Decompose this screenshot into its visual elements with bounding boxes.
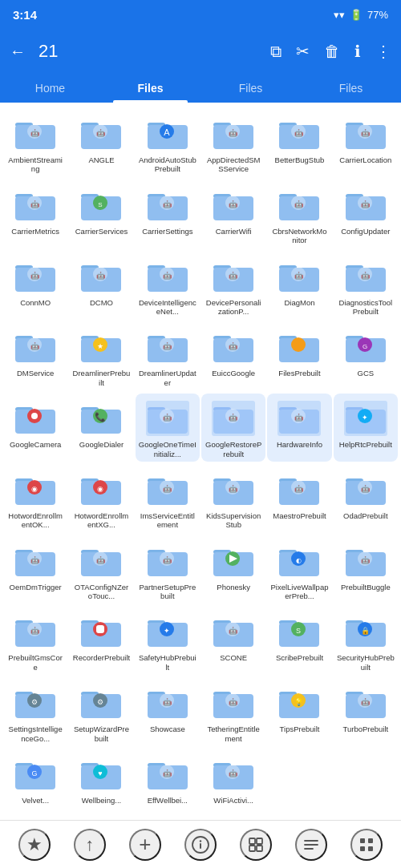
folder-item[interactable]: 💡 TipsPrebuilt — [267, 678, 331, 746]
folder-item[interactable]: RecorderPrebuilt — [69, 607, 133, 675]
folder-item[interactable]: ◐ PixelLiveWallpaperPreb... — [267, 536, 331, 604]
folder-item[interactable]: ✦ HelpRtcPrebuilt — [334, 394, 398, 462]
folder-item[interactable]: 🤖 PartnerSetupPrebuilt — [136, 536, 200, 604]
folder-icon: 🤖 — [211, 683, 256, 723]
folder-item[interactable]: 🤖 DiagnosticsToolPrebuilt — [334, 252, 398, 320]
folder-item[interactable]: 🤖 OTAConfigNZeroTouc... — [69, 536, 133, 604]
folder-item[interactable]: S ScribePrebuilt — [267, 607, 331, 675]
folder-item[interactable]: 📞 GoogleDialer — [69, 394, 133, 462]
up-button[interactable]: ↑ — [74, 829, 106, 861]
folder-label: GoogleDialer — [79, 440, 124, 449]
folder-label: SCONE — [220, 653, 247, 662]
folder-item[interactable]: ⚙ SetupWizardPrebuilt — [69, 678, 133, 746]
svg-text:🤖: 🤖 — [162, 697, 172, 707]
top-action-bar: ← 21 ⧉ ✂ 🗑 ℹ ⋮ — [0, 29, 401, 74]
folder-label: RecorderPrebuilt — [73, 653, 130, 662]
folder-item[interactable]: 🔒 SecurityHubPrebuilt — [334, 607, 398, 675]
folder-icon: 🤖 — [343, 185, 388, 225]
folder-item[interactable]: 🤖 GoogleRestorePrebuilt — [201, 394, 265, 462]
status-time: 3:14 — [13, 8, 37, 22]
folder-item[interactable]: 🤖 ConfigUpdater — [334, 180, 398, 248]
folder-label: CarrierServices — [75, 227, 128, 236]
folder-item[interactable]: 🤖 TetheringEntitlement — [201, 678, 265, 746]
folder-item[interactable]: 🤖 HardwareInfo — [267, 394, 331, 462]
folder-item[interactable]: 🤖 BetterBugStub — [267, 109, 331, 177]
folder-label: SecurityHubPrebuilt — [337, 653, 395, 672]
folder-item[interactable]: G GCS — [334, 322, 398, 390]
folder-icon — [13, 398, 58, 438]
folder-item[interactable]: S CarrierServices — [69, 180, 133, 248]
folder-item[interactable]: 🤖 AppDirectedSMSService — [201, 109, 265, 177]
svg-text:🤖: 🤖 — [30, 341, 40, 351]
tab-files-3[interactable]: Files — [301, 74, 401, 103]
folder-item[interactable]: ✦ SafetyHubPrebuilt — [136, 607, 200, 675]
folder-item[interactable]: ★ DreamlinerPrebuilt — [69, 322, 133, 390]
folder-item[interactable]: 🤖 CarrierLocation — [334, 109, 398, 177]
folder-item[interactable]: 🤖 EuiccGoogle — [201, 322, 265, 390]
folder-item[interactable]: 🤖 KidsSupervisionStub — [201, 465, 265, 533]
folder-item[interactable]: 🤖 DeviceIntelligenceNet... — [136, 252, 200, 320]
grid-button[interactable] — [350, 829, 383, 861]
folder-item[interactable]: 🤖 AmbientStreaming — [3, 109, 67, 177]
folder-item[interactable]: 🤖 ConnMO — [3, 252, 67, 320]
folder-item[interactable]: 🤖 OdadPrebuilt — [334, 465, 398, 533]
folder-item[interactable]: 🤖 MaestroPrebuilt — [267, 465, 331, 533]
folder-item[interactable]: 🤖 DevicePersonalizationP... — [201, 252, 265, 320]
folder-item[interactable]: 🤖 CarrierMetrics — [3, 180, 67, 248]
copy-button[interactable]: ⧉ — [270, 42, 282, 61]
tab-files-1[interactable]: Files — [100, 74, 200, 103]
folder-label: FilesPrebuilt — [278, 369, 320, 377]
sort-button[interactable] — [295, 829, 327, 861]
select-button[interactable] — [240, 829, 272, 861]
folder-item[interactable]: 🤖 DCMO — [69, 252, 133, 320]
folder-item[interactable]: 🤖 Showcase — [136, 678, 200, 746]
folder-item[interactable]: 🤖 PrebuiltBuggle — [334, 536, 398, 604]
folder-item[interactable]: 🤖 WiFiActivi... — [201, 749, 265, 808]
folder-item[interactable]: A AndroidAutoStubPrebuilt — [136, 109, 200, 177]
svg-text:🤖: 🤖 — [162, 769, 172, 778]
folder-label: KidsSupervisionStub — [205, 511, 262, 530]
folder-label: CarrierSettings — [142, 227, 192, 236]
folder-item[interactable]: 🤖 EffWellbei... — [136, 749, 200, 808]
folder-item[interactable]: 🤖 DreamlinerUpdater — [136, 322, 200, 390]
folder-item[interactable]: 🤖 TurboPrebuilt — [334, 678, 398, 746]
folder-item[interactable]: 🤖 ImsServiceEntitlement — [136, 465, 200, 533]
folder-item[interactable]: 🤖 DiagMon — [267, 252, 331, 320]
bookmark-button[interactable]: ★ — [18, 829, 51, 861]
folder-item[interactable]: ◉ HotwordEnrollmentXG... — [69, 465, 133, 533]
info-bottom-button[interactable] — [184, 829, 217, 861]
folder-item[interactable]: 🤖 DMService — [3, 322, 67, 390]
add-button[interactable]: + — [129, 829, 161, 861]
folder-icon: 🤖 — [13, 114, 58, 154]
folder-item[interactable]: 🤖 ANGLE — [69, 109, 133, 177]
tab-home[interactable]: Home — [0, 74, 100, 103]
folder-icon: 🤖 — [145, 754, 190, 794]
folder-icon: 🤖 — [343, 470, 388, 510]
tab-files-2[interactable]: Files — [200, 74, 301, 103]
svg-text:🤖: 🤖 — [162, 413, 172, 422]
info-button[interactable]: ℹ — [354, 42, 361, 61]
more-button[interactable]: ⋮ — [375, 42, 391, 61]
back-button[interactable]: ← — [10, 42, 26, 61]
folder-item[interactable]: 🤖 GoogleOneTimeInitializ... — [136, 394, 200, 462]
folder-item[interactable]: G Velvet... — [3, 749, 67, 808]
svg-point-237 — [200, 840, 201, 842]
folder-item[interactable]: 🤖 SCONE — [201, 607, 265, 675]
folder-item[interactable]: 🤖 CarrierSettings — [136, 180, 200, 248]
folder-item[interactable]: FilesPrebuilt — [267, 322, 331, 390]
folder-item[interactable]: ◉ HotwordEnrollmentOK... — [3, 465, 67, 533]
folder-item[interactable]: 🤖 PrebuiltGmsCore — [3, 607, 67, 675]
folder-item[interactable]: Phonesky — [201, 536, 265, 604]
svg-rect-248 — [368, 846, 373, 851]
folder-item[interactable]: 🤖 CbrsNetworkMonitor — [267, 180, 331, 248]
battery-percent: 77% — [367, 9, 388, 21]
folder-item[interactable]: 🤖 CarrierWifi — [201, 180, 265, 248]
folder-icon: 🤖 — [79, 541, 124, 581]
folder-item[interactable]: 🤖 OemDmTrigger — [3, 536, 67, 604]
folder-item[interactable]: ♥ Wellbeing... — [69, 749, 133, 808]
cut-button[interactable]: ✂ — [296, 42, 310, 61]
delete-button[interactable]: 🗑 — [324, 42, 340, 61]
folder-item[interactable]: ⚙ SettingsIntelligenceGo... — [3, 678, 67, 746]
svg-text:🤖: 🤖 — [30, 555, 40, 565]
folder-item[interactable]: GoogleCamera — [3, 394, 67, 462]
